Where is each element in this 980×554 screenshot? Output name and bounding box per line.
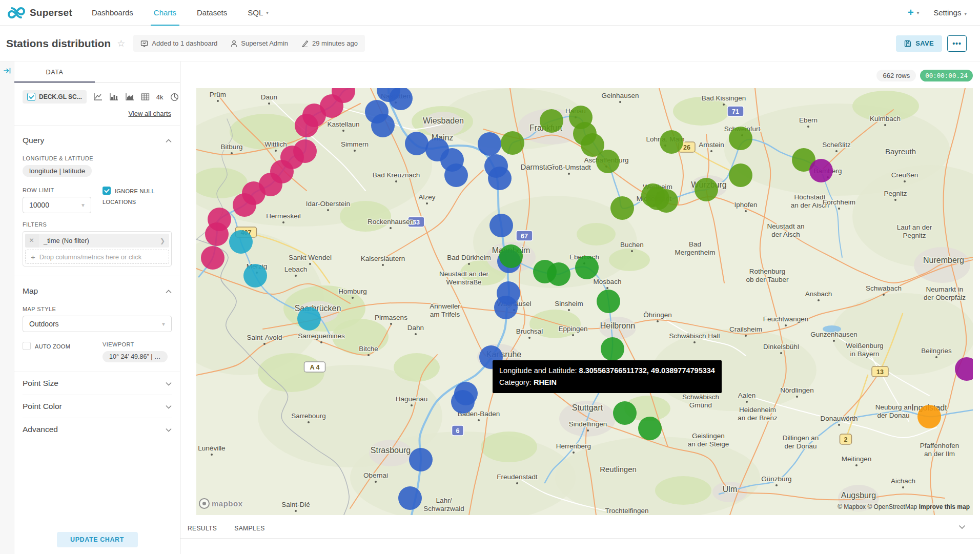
nav-item-datasets[interactable]: Datasets	[187, 0, 237, 25]
superset-logo[interactable]: Superset	[0, 0, 81, 25]
section-header-point-size[interactable]: Point Size	[23, 372, 172, 395]
stations-olive-marker[interactable]	[501, 131, 524, 155]
stations-green-marker[interactable]	[597, 290, 620, 313]
mapbox-logo[interactable]: mapbox	[199, 498, 243, 509]
tab-data[interactable]: DATA	[14, 61, 95, 83]
map-place-label: Trochtelfingen	[605, 507, 648, 515]
viewport-chip[interactable]: 10° 24' 49.86" | …	[103, 351, 168, 362]
map-place-label: Bad Kreuznach	[373, 171, 420, 179]
save-button[interactable]: SAVE	[896, 35, 942, 52]
settings-menu[interactable]: Settings▾	[933, 8, 967, 17]
nav-item-sql[interactable]: SQL▾	[237, 0, 279, 25]
view-all-charts-link[interactable]: View all charts	[128, 110, 171, 117]
osm-attribution-link[interactable]: © OpenStreetMap	[867, 503, 917, 510]
stations-orange-marker[interactable]	[917, 405, 941, 428]
area-chart-icon[interactable]	[125, 93, 134, 101]
tab-samples[interactable]: SAMPLES	[234, 525, 265, 532]
stations-olive-marker[interactable]	[596, 150, 620, 173]
stations-olive-marker[interactable]	[646, 187, 669, 210]
viz-type-chip[interactable]: DECK.GL SC...	[23, 90, 87, 104]
stations-olive-marker[interactable]	[695, 178, 718, 201]
stations-green-marker[interactable]	[575, 256, 599, 279]
map-place-label: Buchen	[620, 241, 644, 249]
section-header-advanced[interactable]: Advanced	[23, 418, 172, 441]
collapse-panel-icon[interactable]	[3, 67, 11, 554]
stations-rhein-blue-marker[interactable]	[478, 132, 501, 156]
map-place-label: Pegnitz	[884, 190, 907, 197]
map-place-label: Neustadt ander Aisch	[767, 222, 805, 238]
stations-purple-marker[interactable]	[809, 159, 833, 182]
map-place-label: Saint-Avold	[247, 334, 282, 341]
mapbox-attribution-link[interactable]: © Mapbox	[838, 503, 866, 510]
stations-cyan-marker[interactable]	[297, 307, 321, 331]
row-count-badge: 662 rows	[876, 70, 916, 81]
owner-meta: Superset Admin	[231, 39, 288, 47]
road-shield-label: 63	[413, 219, 420, 226]
map-tooltip: Longitude and Latitude: 8.30556376651173…	[493, 360, 722, 393]
stations-rhein-blue-marker[interactable]	[444, 163, 468, 187]
map-place-label: Annweileram Trifels	[430, 302, 460, 318]
stations-pink-marker[interactable]	[233, 193, 256, 217]
stations-rhein-blue-marker[interactable]	[405, 132, 428, 155]
auto-zoom-checkbox[interactable]	[23, 342, 31, 350]
more-viz-count[interactable]: 4k	[156, 93, 164, 101]
stations-rhein-blue-marker[interactable]	[409, 448, 433, 471]
stations-rhein-blue-marker[interactable]	[489, 214, 513, 237]
bar-chart-icon[interactable]	[109, 93, 118, 101]
map-attribution: © Mapbox © OpenStreetMap Improve this ma…	[835, 503, 972, 511]
stations-pink-marker[interactable]	[201, 246, 224, 270]
stations-green-marker[interactable]	[601, 337, 624, 361]
map-style-select[interactable]: Outdoors▼	[23, 316, 172, 332]
map-place-label: Heilbronn	[600, 321, 635, 330]
line-chart-icon[interactable]	[93, 93, 103, 101]
stations-olive-marker[interactable]	[660, 130, 683, 154]
improve-map-link[interactable]: Improve this map	[919, 503, 970, 510]
stations-rhein-blue-marker[interactable]	[488, 167, 512, 190]
stations-rhein-blue-marker[interactable]	[494, 296, 518, 319]
new-item-button[interactable]: +▾	[908, 7, 919, 18]
map-place-label: Bayreuth	[885, 147, 916, 156]
map-section-header[interactable]: Map	[23, 283, 172, 298]
favorite-star-icon[interactable]: ☆	[117, 38, 125, 49]
section-header-point-color[interactable]: Point Color	[23, 395, 172, 418]
stations-rhein-blue-marker[interactable]	[371, 114, 395, 137]
nav-item-charts[interactable]: Charts	[144, 0, 187, 25]
filters-label: FILTERS	[23, 221, 172, 228]
stations-green-marker[interactable]	[638, 417, 662, 440]
remove-filter-icon[interactable]: ✕	[25, 234, 38, 248]
pie-chart-icon[interactable]	[170, 93, 179, 101]
stations-cyan-marker[interactable]	[243, 264, 267, 288]
stations-green-marker[interactable]	[547, 262, 570, 286]
filter-chip-time[interactable]: ✕ _time (No filter) ❯	[25, 234, 169, 248]
more-options-button[interactable]: •••	[947, 35, 967, 52]
dashboard-icon	[140, 40, 148, 47]
stations-rhein-blue-marker[interactable]	[451, 390, 475, 414]
chevron-down-icon: ▾	[964, 11, 967, 16]
tab-results[interactable]: RESULTS	[188, 525, 217, 532]
nav-item-dashboards[interactable]: Dashboards	[81, 0, 144, 25]
ignore-null-checkbox[interactable]	[103, 187, 111, 195]
map-place-label: Reutlingen	[600, 465, 637, 474]
stations-cyan-marker[interactable]	[229, 230, 253, 254]
stations-pink-marker[interactable]	[295, 114, 318, 137]
deckgl-map[interactable]: 71266340767132A 46PrümDaunNastättenGelnh…	[196, 88, 973, 515]
lon-lat-chip[interactable]: longitude | latitude	[23, 165, 92, 177]
row-limit-select[interactable]: 10000▼	[23, 197, 91, 213]
stations-pink-marker[interactable]	[205, 222, 229, 246]
stations-green-marker[interactable]	[499, 244, 523, 268]
update-chart-button[interactable]: UPDATE CHART	[57, 532, 138, 547]
stations-rhein-blue-marker[interactable]	[398, 486, 422, 510]
stations-olive-marker[interactable]	[729, 127, 752, 150]
filters-drop-zone[interactable]: + Drop columns/metrics here or click	[25, 250, 169, 264]
road-shield-label: 26	[683, 144, 690, 151]
stations-olive-marker[interactable]	[729, 163, 752, 187]
stations-green-marker[interactable]	[613, 401, 637, 425]
row-limit-label: ROW LIMIT	[23, 187, 103, 193]
map-place-label: Wittlich	[264, 140, 287, 148]
table-icon[interactable]	[141, 93, 150, 101]
query-section-header[interactable]: Query	[23, 133, 172, 147]
superset-infinity-icon	[7, 7, 26, 18]
stations-olive-marker[interactable]	[610, 196, 634, 220]
collapse-results-icon[interactable]	[958, 522, 966, 531]
stations-olive-marker[interactable]	[540, 109, 563, 133]
